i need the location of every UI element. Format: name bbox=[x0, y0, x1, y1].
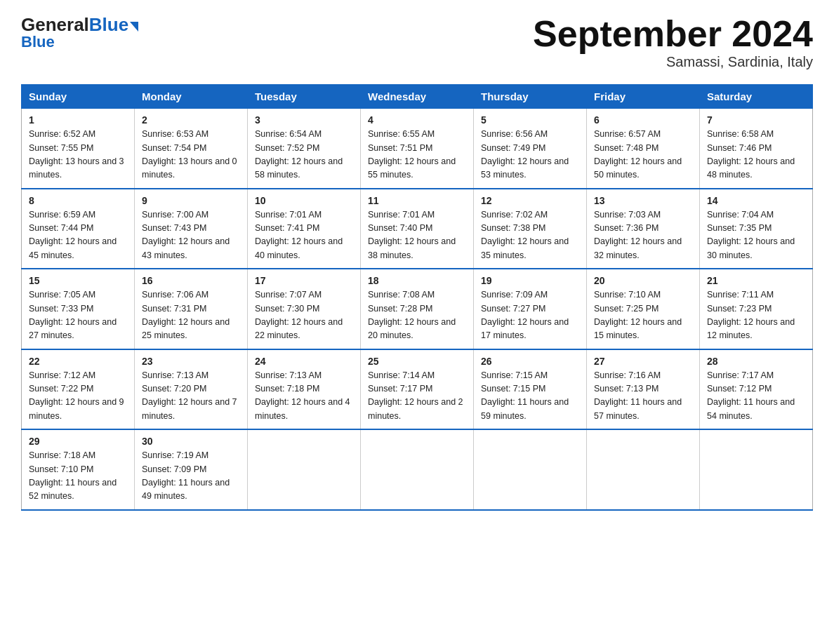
day-number: 7 bbox=[707, 114, 805, 126]
calendar-day-cell: 27 Sunrise: 7:16 AM Sunset: 7:13 PM Dayl… bbox=[587, 349, 700, 430]
day-number: 23 bbox=[142, 356, 240, 367]
header-friday: Friday bbox=[587, 85, 700, 109]
day-info: Sunrise: 6:53 AM Sunset: 7:54 PM Dayligh… bbox=[142, 128, 240, 182]
calendar-week-row: 1 Sunrise: 6:52 AM Sunset: 7:55 PM Dayli… bbox=[22, 109, 813, 189]
calendar-day-cell: 21 Sunrise: 7:11 AM Sunset: 7:23 PM Dayl… bbox=[700, 269, 813, 349]
day-number: 14 bbox=[707, 195, 805, 206]
logo-blue: Blue bbox=[89, 14, 128, 36]
page-header: GeneralBlue Blue September 2024 Samassi,… bbox=[21, 14, 813, 70]
day-number: 4 bbox=[368, 114, 466, 126]
day-info: Sunrise: 7:01 AM Sunset: 7:40 PM Dayligh… bbox=[368, 208, 466, 263]
day-info: Sunrise: 6:52 AM Sunset: 7:55 PM Dayligh… bbox=[29, 128, 127, 182]
day-number: 11 bbox=[368, 195, 466, 206]
day-info: Sunrise: 7:13 AM Sunset: 7:20 PM Dayligh… bbox=[142, 369, 240, 424]
day-info: Sunrise: 6:55 AM Sunset: 7:51 PM Dayligh… bbox=[368, 128, 466, 182]
calendar-day-cell: 2 Sunrise: 6:53 AM Sunset: 7:54 PM Dayli… bbox=[135, 109, 248, 189]
calendar-day-cell: 4 Sunrise: 6:55 AM Sunset: 7:51 PM Dayli… bbox=[361, 109, 474, 189]
calendar-day-cell: 16 Sunrise: 7:06 AM Sunset: 7:31 PM Dayl… bbox=[135, 269, 248, 349]
calendar-day-cell: 1 Sunrise: 6:52 AM Sunset: 7:55 PM Dayli… bbox=[22, 109, 135, 189]
day-info: Sunrise: 6:59 AM Sunset: 7:44 PM Dayligh… bbox=[29, 208, 127, 263]
day-info: Sunrise: 7:13 AM Sunset: 7:18 PM Dayligh… bbox=[255, 369, 353, 424]
page-title: September 2024 bbox=[533, 14, 813, 54]
day-number: 21 bbox=[707, 275, 805, 286]
header-wednesday: Wednesday bbox=[361, 85, 474, 109]
day-number: 24 bbox=[255, 356, 353, 367]
weekday-header-row: Sunday Monday Tuesday Wednesday Thursday… bbox=[22, 85, 813, 109]
day-number: 18 bbox=[368, 275, 466, 286]
day-info: Sunrise: 7:00 AM Sunset: 7:43 PM Dayligh… bbox=[142, 208, 240, 263]
calendar-week-row: 15 Sunrise: 7:05 AM Sunset: 7:33 PM Dayl… bbox=[22, 269, 813, 349]
calendar-day-cell: 17 Sunrise: 7:07 AM Sunset: 7:30 PM Dayl… bbox=[248, 269, 361, 349]
day-number: 9 bbox=[142, 195, 240, 206]
calendar-day-cell: 24 Sunrise: 7:13 AM Sunset: 7:18 PM Dayl… bbox=[248, 349, 361, 430]
day-number: 13 bbox=[594, 195, 692, 206]
day-number: 19 bbox=[481, 275, 579, 286]
day-info: Sunrise: 7:11 AM Sunset: 7:23 PM Dayligh… bbox=[707, 288, 805, 343]
calendar-week-row: 22 Sunrise: 7:12 AM Sunset: 7:22 PM Dayl… bbox=[22, 349, 813, 430]
day-info: Sunrise: 7:04 AM Sunset: 7:35 PM Dayligh… bbox=[707, 208, 805, 263]
day-info: Sunrise: 7:08 AM Sunset: 7:28 PM Dayligh… bbox=[368, 288, 466, 343]
calendar-day-cell: 13 Sunrise: 7:03 AM Sunset: 7:36 PM Dayl… bbox=[587, 189, 700, 269]
calendar-body: 1 Sunrise: 6:52 AM Sunset: 7:55 PM Dayli… bbox=[22, 109, 813, 510]
title-block: September 2024 Samassi, Sardinia, Italy bbox=[533, 14, 813, 70]
day-info: Sunrise: 7:02 AM Sunset: 7:38 PM Dayligh… bbox=[481, 208, 579, 263]
day-info: Sunrise: 7:14 AM Sunset: 7:17 PM Dayligh… bbox=[368, 369, 466, 424]
page-location: Samassi, Sardinia, Italy bbox=[533, 54, 813, 70]
calendar-day-cell: 10 Sunrise: 7:01 AM Sunset: 7:41 PM Dayl… bbox=[248, 189, 361, 269]
calendar-day-cell: 26 Sunrise: 7:15 AM Sunset: 7:15 PM Dayl… bbox=[474, 349, 587, 430]
calendar-day-cell: 23 Sunrise: 7:13 AM Sunset: 7:20 PM Dayl… bbox=[135, 349, 248, 430]
day-number: 16 bbox=[142, 275, 240, 286]
day-info: Sunrise: 7:19 AM Sunset: 7:09 PM Dayligh… bbox=[142, 449, 240, 504]
day-info: Sunrise: 7:17 AM Sunset: 7:12 PM Dayligh… bbox=[707, 369, 805, 424]
day-info: Sunrise: 7:15 AM Sunset: 7:15 PM Dayligh… bbox=[481, 369, 579, 424]
day-number: 30 bbox=[142, 436, 240, 447]
calendar-day-cell: 25 Sunrise: 7:14 AM Sunset: 7:17 PM Dayl… bbox=[361, 349, 474, 430]
header-thursday: Thursday bbox=[474, 85, 587, 109]
day-number: 28 bbox=[707, 356, 805, 367]
day-info: Sunrise: 6:56 AM Sunset: 7:49 PM Dayligh… bbox=[481, 128, 579, 182]
day-info: Sunrise: 7:09 AM Sunset: 7:27 PM Dayligh… bbox=[481, 288, 579, 343]
calendar-day-cell bbox=[700, 429, 813, 510]
calendar-day-cell: 22 Sunrise: 7:12 AM Sunset: 7:22 PM Dayl… bbox=[22, 349, 135, 430]
day-info: Sunrise: 7:18 AM Sunset: 7:10 PM Dayligh… bbox=[29, 449, 127, 504]
calendar-day-cell: 7 Sunrise: 6:58 AM Sunset: 7:46 PM Dayli… bbox=[700, 109, 813, 189]
day-info: Sunrise: 6:57 AM Sunset: 7:48 PM Dayligh… bbox=[594, 128, 692, 182]
day-info: Sunrise: 7:03 AM Sunset: 7:36 PM Dayligh… bbox=[594, 208, 692, 263]
calendar-day-cell: 6 Sunrise: 6:57 AM Sunset: 7:48 PM Dayli… bbox=[587, 109, 700, 189]
day-number: 17 bbox=[255, 275, 353, 286]
calendar-week-row: 8 Sunrise: 6:59 AM Sunset: 7:44 PM Dayli… bbox=[22, 189, 813, 269]
day-info: Sunrise: 7:05 AM Sunset: 7:33 PM Dayligh… bbox=[29, 288, 127, 343]
day-number: 10 bbox=[255, 195, 353, 206]
day-number: 3 bbox=[255, 114, 353, 126]
calendar-day-cell bbox=[587, 429, 700, 510]
calendar-day-cell: 30 Sunrise: 7:19 AM Sunset: 7:09 PM Dayl… bbox=[135, 429, 248, 510]
calendar-day-cell: 14 Sunrise: 7:04 AM Sunset: 7:35 PM Dayl… bbox=[700, 189, 813, 269]
day-number: 20 bbox=[594, 275, 692, 286]
calendar-day-cell: 15 Sunrise: 7:05 AM Sunset: 7:33 PM Dayl… bbox=[22, 269, 135, 349]
day-info: Sunrise: 7:16 AM Sunset: 7:13 PM Dayligh… bbox=[594, 369, 692, 424]
calendar-day-cell bbox=[474, 429, 587, 510]
day-number: 15 bbox=[29, 275, 127, 286]
calendar-day-cell: 18 Sunrise: 7:08 AM Sunset: 7:28 PM Dayl… bbox=[361, 269, 474, 349]
calendar-table: Sunday Monday Tuesday Wednesday Thursday… bbox=[21, 84, 813, 511]
calendar-day-cell: 29 Sunrise: 7:18 AM Sunset: 7:10 PM Dayl… bbox=[22, 429, 135, 510]
day-info: Sunrise: 6:58 AM Sunset: 7:46 PM Dayligh… bbox=[707, 128, 805, 182]
day-number: 12 bbox=[481, 195, 579, 206]
header-saturday: Saturday bbox=[700, 85, 813, 109]
day-number: 6 bbox=[594, 114, 692, 126]
calendar-week-row: 29 Sunrise: 7:18 AM Sunset: 7:10 PM Dayl… bbox=[22, 429, 813, 510]
day-number: 5 bbox=[481, 114, 579, 126]
day-number: 29 bbox=[29, 436, 127, 447]
calendar-day-cell: 11 Sunrise: 7:01 AM Sunset: 7:40 PM Dayl… bbox=[361, 189, 474, 269]
day-number: 1 bbox=[29, 114, 127, 126]
header-sunday: Sunday bbox=[22, 85, 135, 109]
calendar-header: Sunday Monday Tuesday Wednesday Thursday… bbox=[22, 85, 813, 109]
day-info: Sunrise: 6:54 AM Sunset: 7:52 PM Dayligh… bbox=[255, 128, 353, 182]
calendar-day-cell: 19 Sunrise: 7:09 AM Sunset: 7:27 PM Dayl… bbox=[474, 269, 587, 349]
logo-sub: Blue bbox=[21, 33, 55, 51]
day-number: 26 bbox=[481, 356, 579, 367]
calendar-day-cell bbox=[248, 429, 361, 510]
calendar-day-cell: 28 Sunrise: 7:17 AM Sunset: 7:12 PM Dayl… bbox=[700, 349, 813, 430]
logo-triangle-icon bbox=[130, 22, 138, 32]
day-info: Sunrise: 7:07 AM Sunset: 7:30 PM Dayligh… bbox=[255, 288, 353, 343]
